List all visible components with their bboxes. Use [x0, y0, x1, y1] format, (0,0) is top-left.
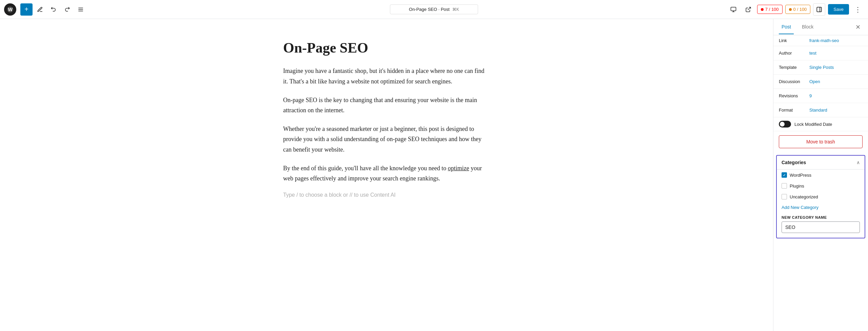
toolbar-right: 7 / 100 0 / 100 Save ⋮	[727, 3, 864, 16]
more-options-button[interactable]: ⋮	[852, 3, 864, 16]
tools-button[interactable]	[34, 3, 46, 16]
document-overview-button[interactable]	[75, 3, 87, 16]
new-category-name-label: NEW CATEGORY NAME	[782, 215, 860, 219]
post-body: Imagine you have a fantastic shop, but i…	[283, 66, 490, 183]
redo-button[interactable]	[61, 3, 73, 16]
category-name-plugins: Plugins	[790, 183, 804, 189]
discussion-row: Discussion Open	[773, 75, 868, 89]
keyboard-shortcut: ⌘K	[452, 7, 459, 12]
category-checkbox-plugins[interactable]	[782, 183, 787, 189]
undo-button[interactable]	[47, 3, 60, 16]
post-heading[interactable]: On-Page SEO	[283, 39, 490, 56]
lock-modified-row: Lock Modified Date	[773, 117, 868, 131]
new-category-section: NEW CATEGORY NAME	[777, 213, 865, 238]
format-row: Format Standard	[773, 103, 868, 117]
save-button[interactable]: Save	[828, 4, 849, 15]
tab-post[interactable]: Post	[779, 20, 794, 34]
seo-score-dot	[761, 8, 764, 11]
lock-modified-toggle[interactable]	[779, 121, 791, 128]
wordpress-logo[interactable]: W	[4, 3, 16, 16]
editor-area[interactable]: On-Page SEO Imagine you have a fantastic…	[0, 19, 773, 331]
block-placeholder[interactable]: Type / to choose a block or // to use Co…	[283, 192, 490, 198]
author-value[interactable]: test	[809, 51, 816, 56]
category-name-wordpress: WordPress	[790, 173, 811, 178]
move-to-trash-button[interactable]: Move to trash	[779, 135, 863, 148]
category-item-wordpress: WordPress	[777, 170, 865, 180]
view-in-new-tab-button[interactable]	[742, 3, 754, 16]
template-row: Template Single Posts	[773, 60, 868, 75]
link-label: Link	[779, 38, 809, 43]
category-checkbox-wordpress[interactable]	[782, 172, 787, 178]
seo-score-label: 7 / 100	[765, 7, 779, 12]
editor-content: On-Page SEO Imagine you have a fantastic…	[276, 39, 497, 311]
categories-header[interactable]: Categories ∧	[777, 156, 865, 170]
paragraph-2[interactable]: On-page SEO is the key to changing that …	[283, 95, 490, 116]
svg-text:W: W	[8, 7, 13, 12]
readability-score-button[interactable]: 0 / 100	[785, 5, 811, 14]
category-item-uncategorized: Uncategorized	[777, 191, 865, 202]
category-name-uncategorized: Uncategorized	[790, 194, 818, 199]
post-title-text: On-Page SEO · Post	[409, 7, 450, 12]
format-value[interactable]: Standard	[809, 108, 827, 113]
svg-line-6	[748, 7, 750, 10]
author-label: Author	[779, 51, 809, 56]
paragraph-1[interactable]: Imagine you have a fantastic shop, but i…	[283, 66, 490, 86]
toggle-sidebar-button[interactable]	[813, 3, 825, 16]
link-value[interactable]: frank-math-seo	[809, 38, 839, 43]
sidebar-tabs: Post Block ✕	[773, 19, 868, 35]
main-layout: On-Page SEO Imagine you have a fantastic…	[0, 19, 868, 331]
revisions-label: Revisions	[779, 93, 809, 98]
svg-rect-5	[731, 7, 736, 11]
readability-score-label: 0 / 100	[793, 7, 807, 12]
categories-title: Categories	[782, 160, 806, 165]
revisions-row: Revisions 9	[773, 89, 868, 103]
revisions-value[interactable]: 9	[809, 93, 812, 98]
author-row: Author test	[773, 46, 868, 60]
discussion-value[interactable]: Open	[809, 79, 820, 84]
chevron-up-icon: ∧	[856, 160, 860, 165]
category-item-plugins: Plugins	[777, 180, 865, 191]
tab-block[interactable]: Block	[799, 20, 816, 34]
close-sidebar-button[interactable]: ✕	[853, 22, 863, 32]
toolbar: W +	[0, 0, 868, 19]
toolbar-center: On-Page SEO · Post ⌘K	[390, 4, 478, 14]
template-label: Template	[779, 65, 809, 70]
svg-rect-7	[817, 7, 822, 12]
seo-score-button[interactable]: 7 / 100	[757, 5, 783, 14]
toolbar-left: W +	[4, 3, 727, 16]
category-checkbox-uncategorized[interactable]	[782, 194, 787, 199]
categories-section: Categories ∧ WordPress Plugins Uncategor…	[776, 155, 865, 238]
post-title-bar[interactable]: On-Page SEO · Post ⌘K	[390, 4, 478, 14]
new-category-input[interactable]	[782, 221, 860, 233]
template-value[interactable]: Single Posts	[809, 65, 834, 70]
readability-score-dot	[789, 8, 792, 11]
link-row: Link frank-math-seo	[773, 35, 868, 46]
add-block-button[interactable]: +	[20, 3, 33, 16]
sidebar-content: Link frank-math-seo Author test Template…	[773, 35, 868, 331]
add-new-category-link[interactable]: Add New Category	[777, 202, 865, 213]
preview-button[interactable]	[727, 3, 739, 16]
format-label: Format	[779, 108, 809, 113]
right-sidebar: Post Block ✕ Link frank-math-seo Author …	[773, 19, 868, 331]
discussion-label: Discussion	[779, 79, 809, 84]
paragraph-4[interactable]: By the end of this guide, you'll have al…	[283, 163, 490, 184]
lock-modified-label: Lock Modified Date	[794, 122, 832, 127]
paragraph-3[interactable]: Whether you're a seasoned marketer or ju…	[283, 124, 490, 155]
